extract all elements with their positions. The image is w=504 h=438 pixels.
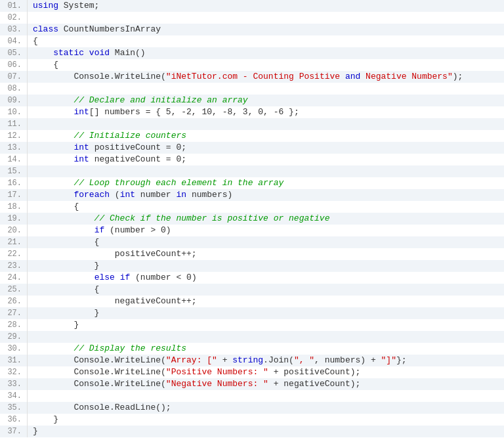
token-string: ", " [294, 355, 314, 365]
code-line: 27. } [0, 307, 504, 319]
code-line: 05. static void Main() [0, 47, 504, 59]
token-kw: int [120, 190, 135, 200]
line-number: 04. [0, 35, 28, 47]
code-line: 37.} [0, 426, 504, 437]
code-line: 34. [0, 390, 504, 402]
token-comment: // Loop through each element in the arra… [33, 178, 284, 188]
line-content: class CountNumbersInArray [28, 24, 504, 35]
token-normal: { [33, 36, 38, 46]
token-kw: class [33, 24, 58, 34]
line-content: Console.ReadLine(); [28, 402, 504, 414]
line-content: { [28, 35, 504, 47]
line-content: else if (number < 0) [28, 272, 504, 284]
token-normal: positiveCount++; [33, 249, 197, 259]
token-normal: ( [110, 190, 120, 200]
line-number: 31. [0, 355, 28, 366]
code-line: 20. if (number > 0) [0, 225, 504, 236]
token-kw: int [74, 142, 89, 152]
token-kw: string [232, 355, 263, 365]
token-kw: static [53, 48, 84, 58]
code-line: 17. foreach (int number in numbers) [0, 189, 504, 201]
token-normal: } [33, 261, 99, 271]
line-number: 06. [0, 59, 28, 71]
line-content [28, 118, 504, 130]
line-number: 13. [0, 142, 28, 154]
token-normal: CountNumbersInArray [58, 24, 161, 34]
token-kw: void [89, 48, 110, 58]
line-content [28, 83, 504, 95]
code-line: 32. Console.WriteLine("Positive Numbers:… [0, 366, 504, 378]
token-comment: // Declare and initialize an array [33, 95, 248, 105]
token-normal [33, 154, 74, 164]
line-number: 35. [0, 402, 28, 414]
token-kw: and [345, 72, 360, 81]
token-normal: negativeCount++; [33, 296, 197, 306]
code-line: 04.{ [0, 35, 504, 47]
line-number: 12. [0, 130, 28, 142]
line-number: 33. [0, 378, 28, 390]
token-normal: ); [453, 72, 463, 81]
line-content: using System; [28, 0, 504, 12]
code-line: 33. Console.WriteLine("Negative Numbers:… [0, 378, 504, 390]
token-normal: Console.WriteLine( [33, 355, 166, 365]
line-number: 01. [0, 0, 28, 12]
line-content [28, 12, 504, 24]
token-comment: // Initialize counters [33, 131, 186, 141]
token-kw: int [74, 154, 89, 164]
line-number: 37. [0, 426, 28, 437]
code-line: 25. { [0, 284, 504, 296]
line-content: positiveCount++; [28, 248, 504, 260]
token-string: "Array: [" [166, 355, 217, 365]
code-line: 16. // Loop through each element in the … [0, 177, 504, 189]
line-content: Console.WriteLine("Array: [" + string.Jo… [28, 355, 504, 366]
line-content: int[] numbers = { 5, -2, 10, -8, 3, 0, -… [28, 106, 504, 118]
token-kw: using [33, 1, 58, 11]
token-normal: { [33, 237, 99, 247]
line-content: } [28, 260, 504, 272]
token-string: "Negative Numbers: " [166, 379, 268, 389]
line-content [28, 331, 504, 343]
token-string: Negative Numbers" [360, 72, 452, 81]
token-normal: (number > 0) [104, 225, 171, 235]
token-normal [33, 273, 94, 282]
code-line: 10. int[] numbers = { 5, -2, 10, -8, 3, … [0, 106, 504, 118]
code-line: 19. // Check if the number is positive o… [0, 213, 504, 225]
code-line: 18. { [0, 201, 504, 213]
token-normal [33, 190, 74, 200]
code-line: 21. { [0, 236, 504, 248]
code-line: 15. [0, 165, 504, 177]
line-number: 24. [0, 272, 28, 284]
line-number: 27. [0, 307, 28, 319]
token-normal: Main() [110, 48, 146, 58]
code-line: 22. positiveCount++; [0, 248, 504, 260]
code-line: 02. [0, 12, 504, 24]
token-normal: Console.WriteLine( [33, 367, 166, 377]
token-string: "Positive Numbers: " [166, 367, 268, 377]
line-number: 10. [0, 106, 28, 118]
code-line: 01.using System; [0, 0, 504, 12]
line-content: if (number > 0) [28, 225, 504, 236]
line-number: 08. [0, 83, 28, 95]
line-number: 03. [0, 24, 28, 35]
token-normal: + [217, 355, 232, 365]
code-line: 35. Console.ReadLine(); [0, 402, 504, 414]
line-number: 28. [0, 319, 28, 331]
token-normal: { [33, 202, 79, 211]
token-normal: (number < 0) [130, 273, 196, 282]
line-number: 05. [0, 47, 28, 59]
code-line: 06. { [0, 59, 504, 71]
token-normal [33, 107, 74, 117]
line-number: 18. [0, 201, 28, 213]
code-line: 08. [0, 83, 504, 95]
line-content: { [28, 236, 504, 248]
line-content: int positiveCount = 0; [28, 142, 504, 154]
line-number: 20. [0, 225, 28, 236]
line-number: 09. [0, 95, 28, 106]
token-normal: positiveCount = 0; [89, 142, 186, 152]
line-content: Console.WriteLine("iNetTutor.com - Count… [28, 71, 504, 83]
line-number: 25. [0, 284, 28, 296]
code-line: 24. else if (number < 0) [0, 272, 504, 284]
line-content: } [28, 414, 504, 426]
line-content: // Initialize counters [28, 130, 504, 142]
code-line: 23. } [0, 260, 504, 272]
